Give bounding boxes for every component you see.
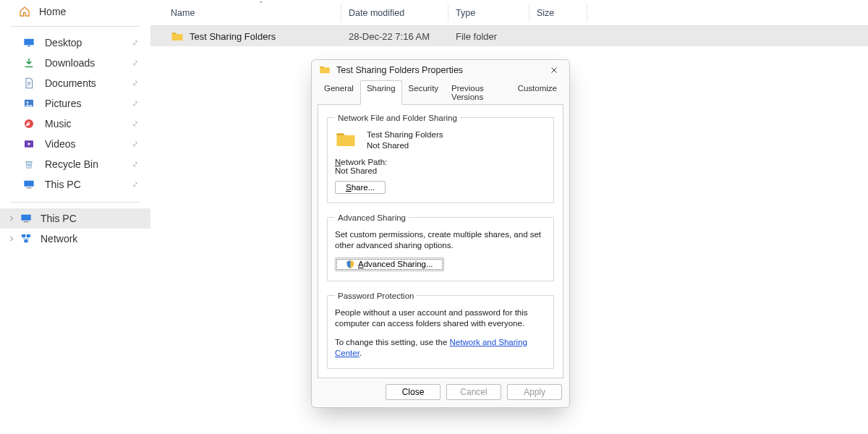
sort-indicator-icon: ⌃ — [258, 0, 264, 7]
home-icon — [19, 6, 30, 17]
sidebar-item-label: Videos — [45, 138, 130, 150]
sidebar-home[interactable]: Home — [0, 0, 150, 26]
pc-icon — [20, 213, 32, 224]
chevron-right-icon — [7, 234, 16, 243]
close-button[interactable] — [546, 62, 562, 78]
password-protection-desc: People without a user account and passwo… — [335, 307, 546, 330]
shared-folder-state: Not Shared — [367, 140, 443, 152]
divider — [10, 202, 140, 203]
sidebar-item-label: Downloads — [45, 57, 130, 69]
column-header-name[interactable]: Name ⌃ — [163, 4, 341, 22]
pin-icon — [130, 38, 139, 47]
cancel-button[interactable]: Cancel — [446, 384, 501, 400]
column-header-size[interactable]: Size — [529, 4, 587, 22]
column-headers: Name ⌃ Date modified Type Size — [150, 0, 868, 26]
advanced-sharing-desc: Set custom permissions, create multiple … — [335, 229, 546, 252]
svg-rect-10 — [22, 234, 25, 237]
recycle-bin-icon — [23, 158, 35, 170]
sidebar-item-thispc-pinned[interactable]: This PC — [0, 174, 150, 195]
shared-folder-name: Test Sharing Folders — [367, 129, 443, 141]
videos-icon — [23, 138, 35, 150]
column-header-label: Type — [456, 8, 475, 18]
svg-rect-12 — [24, 239, 27, 242]
sidebar-item-pictures[interactable]: Pictures — [0, 93, 150, 114]
tree-item-label: Network — [41, 233, 77, 244]
pin-icon — [130, 99, 139, 108]
group-legend: Network File and Folder Sharing — [335, 114, 460, 122]
svg-rect-11 — [27, 234, 30, 237]
svg-point-3 — [27, 101, 29, 103]
sidebar-item-videos[interactable]: Videos — [0, 134, 150, 154]
folder-icon — [171, 30, 184, 42]
apply-button[interactable]: Apply — [507, 384, 562, 400]
pin-icon — [130, 119, 139, 128]
pin-icon — [130, 140, 139, 148]
svg-rect-8 — [21, 215, 30, 221]
tab-general[interactable]: General — [318, 80, 360, 105]
dialog-body: Network File and Folder Sharing Test Sha… — [318, 104, 563, 378]
file-row[interactable]: Test Sharing Folders 28-Dec-22 7:16 AM F… — [150, 26, 868, 46]
tree-item-network[interactable]: Network — [0, 229, 150, 249]
group-legend: Password Protection — [335, 292, 417, 300]
tab-sharing[interactable]: Sharing — [360, 80, 402, 105]
desktop-icon — [23, 37, 35, 48]
sidebar-item-label: Recycle Bin — [45, 158, 130, 170]
column-header-type[interactable]: Type — [448, 4, 529, 22]
group-network-sharing: Network File and Folder Sharing Test Sha… — [327, 114, 554, 203]
dialog-title: Test Sharing Folders Properties — [336, 65, 546, 75]
svg-rect-9 — [24, 221, 29, 222]
pc-icon — [23, 179, 35, 190]
close-dialog-button[interactable]: Close — [386, 384, 441, 400]
sidebar-item-label: Desktop — [45, 37, 130, 48]
dialog-titlebar[interactable]: Test Sharing Folders Properties — [312, 60, 569, 80]
tab-previous-versions[interactable]: Previous Versions — [445, 80, 511, 105]
file-type: File folder — [448, 31, 529, 42]
column-header-label: Date modified — [349, 8, 404, 18]
sidebar-item-documents[interactable]: Documents — [0, 73, 150, 93]
tree-item-thispc[interactable]: This PC — [0, 208, 150, 229]
file-name: Test Sharing Folders — [190, 31, 276, 42]
pin-icon — [130, 79, 139, 88]
column-header-label: Size — [537, 8, 554, 18]
group-legend: Advanced Sharing — [335, 213, 409, 222]
folder-icon — [319, 64, 331, 76]
svg-rect-6 — [24, 181, 33, 187]
sidebar-item-label: Music — [45, 118, 130, 129]
svg-rect-0 — [24, 39, 33, 46]
share-button[interactable]: Share... — [335, 181, 386, 194]
sidebar-item-label: This PC — [45, 179, 130, 190]
advanced-sharing-button[interactable]: Advanced Sharing... — [335, 258, 444, 271]
sidebar-item-recyclebin[interactable]: Recycle Bin — [0, 154, 150, 174]
network-path-label: Network Path: — [335, 158, 546, 166]
document-icon — [23, 77, 35, 89]
column-header-label: Name — [171, 8, 195, 18]
column-header-date[interactable]: Date modified — [341, 4, 448, 22]
svg-rect-7 — [27, 187, 32, 188]
pictures-icon — [23, 98, 35, 109]
properties-dialog: Test Sharing Folders Properties General … — [311, 59, 570, 408]
tab-customize[interactable]: Customize — [511, 80, 563, 105]
password-protection-link-row: To change this setting, use the Network … — [335, 337, 546, 359]
network-path-value: Not Shared — [335, 166, 546, 175]
divider — [10, 26, 140, 27]
sidebar-item-downloads[interactable]: Downloads — [0, 53, 150, 73]
pin-icon — [130, 160, 139, 169]
pin-icon — [130, 59, 139, 67]
group-password-protection: Password Protection People without a use… — [327, 292, 554, 369]
tree-item-label: This PC — [41, 213, 77, 224]
sidebar-item-label: Pictures — [45, 98, 130, 109]
download-icon — [23, 57, 35, 69]
sidebar-home-label: Home — [39, 6, 66, 17]
sidebar-item-desktop[interactable]: Desktop — [0, 33, 150, 53]
svg-rect-1 — [27, 46, 30, 46]
file-date: 28-Dec-22 7:16 AM — [341, 31, 448, 42]
shield-icon — [346, 260, 355, 269]
music-icon — [23, 118, 35, 129]
network-icon — [20, 233, 32, 244]
sidebar-item-label: Documents — [45, 77, 130, 89]
sidebar-item-music[interactable]: Music — [0, 114, 150, 134]
sidebar: Home Desktop Downloads Documents Picture… — [0, 0, 150, 434]
group-advanced-sharing: Advanced Sharing Set custom permissions,… — [327, 213, 554, 281]
tab-security[interactable]: Security — [402, 80, 446, 105]
chevron-right-icon — [7, 214, 16, 223]
